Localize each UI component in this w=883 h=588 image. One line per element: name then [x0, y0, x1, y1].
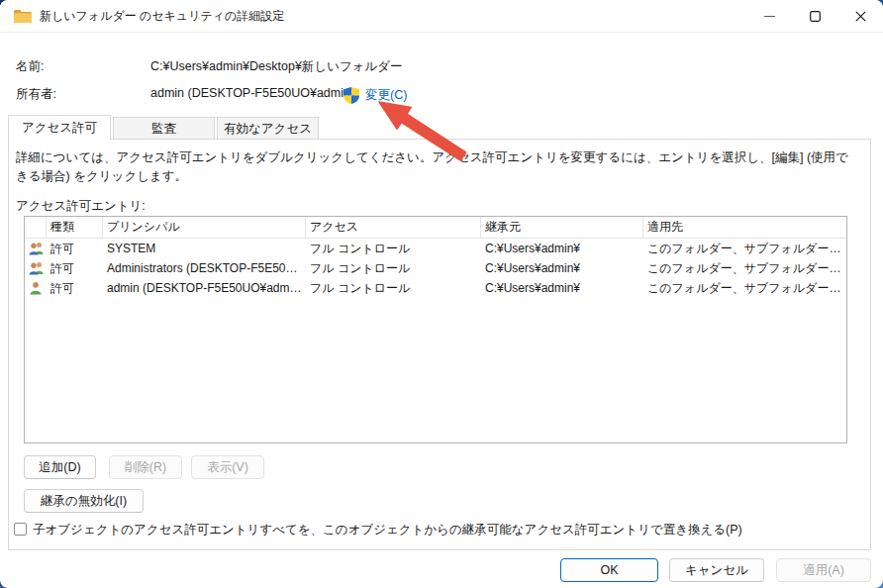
uac-shield-icon	[343, 87, 359, 104]
table-row[interactable]: 許可 Administrators (DESKTOP-F5E50UO... フル…	[25, 258, 846, 278]
change-owner-link[interactable]: 変更(C)	[365, 87, 407, 104]
cell-principal: Administrators (DESKTOP-F5E50UO...	[103, 258, 306, 278]
name-label: 名前:	[16, 58, 44, 75]
replace-child-permissions-row: 子オブジェクトのアクセス許可エントリすべてを、このオブジェクトからの継承可能なア…	[14, 522, 742, 539]
maximize-icon	[810, 11, 821, 22]
tab-effective-access[interactable]: 有効なアクセス	[217, 117, 319, 139]
advanced-security-dialog: 新しいフォルダー のセキュリティの詳細設定 名前: C:¥Users¥admin…	[0, 0, 883, 588]
disable-inheritance-button[interactable]: 継承の無効化(I)	[24, 489, 144, 513]
cell-applies-to: このフォルダー、サブフォルダーおよびファイル	[643, 278, 846, 298]
minimize-button[interactable]	[746, 0, 792, 32]
folder-icon	[14, 9, 32, 23]
permission-entries-table: 種類 プリンシパル アクセス 継承元 適用先 許可 SYSTEM フル コントロ…	[24, 216, 847, 443]
add-button[interactable]: 追加(D)	[24, 455, 96, 479]
permissions-description: 詳細については、アクセス許可エントリをダブルクリックしてください。アクセス許可エ…	[16, 148, 859, 187]
remove-button[interactable]: 削除(R)	[109, 455, 182, 479]
view-button[interactable]: 表示(V)	[191, 455, 264, 479]
cell-applies-to: このフォルダー、サブフォルダーおよびファイル	[643, 239, 846, 258]
group-icon	[29, 242, 44, 255]
header-inherited-from[interactable]: 継承元	[481, 217, 643, 238]
table-header-row: 種類 プリンシパル アクセス 継承元 適用先	[25, 217, 846, 239]
owner-label: 所有者:	[16, 86, 56, 103]
cell-access: フル コントロール	[306, 239, 481, 258]
header-type[interactable]: 種類	[47, 217, 103, 238]
table-row[interactable]: 許可 SYSTEM フル コントロール C:¥Users¥admin¥ このフォ…	[25, 239, 846, 258]
window-title: 新しいフォルダー のセキュリティの詳細設定	[40, 0, 284, 33]
cell-inherited-from: C:¥Users¥admin¥	[481, 278, 643, 298]
replace-child-permissions-label: 子オブジェクトのアクセス許可エントリすべてを、このオブジェクトからの継承可能なア…	[33, 522, 742, 539]
cancel-button[interactable]: キャンセル	[669, 558, 764, 582]
cell-inherited-from: C:¥Users¥admin¥	[481, 258, 643, 278]
cell-applies-to: このフォルダー、サブフォルダーおよびファイル	[643, 258, 846, 278]
minimize-icon	[764, 11, 775, 22]
permission-entries-label: アクセス許可エントリ:	[16, 198, 146, 215]
header-principal[interactable]: プリンシパル	[103, 217, 306, 238]
owner-value: admin (DESKTOP-F5E50UO¥admin)	[150, 86, 354, 100]
cell-principal: SYSTEM	[103, 239, 306, 258]
header-icon-column[interactable]	[25, 217, 47, 238]
cell-inherited-from: C:¥Users¥admin¥	[481, 239, 643, 258]
group-icon	[29, 261, 44, 275]
tab-permissions[interactable]: アクセス許可	[8, 115, 111, 140]
user-icon	[29, 281, 43, 295]
table-row[interactable]: 許可 admin (DESKTOP-F5E50UO¥admin) フル コントロ…	[25, 278, 846, 298]
cell-access: フル コントロール	[306, 278, 481, 298]
cell-type: 許可	[47, 239, 103, 258]
titlebar: 新しいフォルダー のセキュリティの詳細設定	[0, 0, 883, 33]
header-access[interactable]: アクセス	[306, 217, 481, 238]
ok-button[interactable]: OK	[560, 558, 658, 582]
apply-button[interactable]: 適用(A)	[776, 558, 871, 582]
cell-access: フル コントロール	[306, 258, 481, 278]
cell-principal: admin (DESKTOP-F5E50UO¥admin)	[103, 278, 306, 298]
close-button[interactable]	[837, 0, 883, 32]
close-icon	[855, 11, 866, 22]
tab-auditing[interactable]: 監査	[113, 117, 215, 139]
maximize-button[interactable]	[792, 0, 837, 32]
name-value: C:¥Users¥admin¥Desktop¥新しいフォルダー	[150, 58, 403, 75]
cell-type: 許可	[47, 258, 103, 278]
header-applies-to[interactable]: 適用先	[643, 217, 846, 238]
replace-child-permissions-checkbox[interactable]	[14, 523, 27, 536]
cell-type: 許可	[47, 278, 103, 298]
